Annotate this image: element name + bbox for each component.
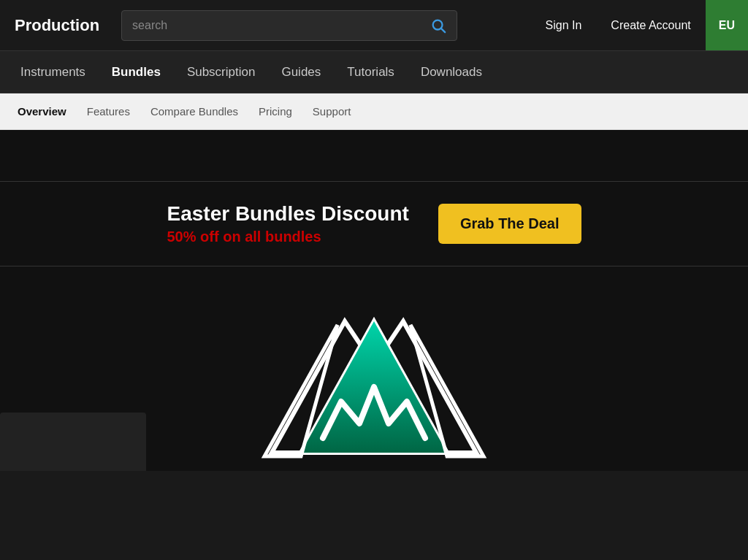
nav-item-downloads[interactable]: Downloads	[408, 51, 495, 93]
hero-spacer	[0, 130, 748, 181]
top-header: Production Sign In Create Account EU	[0, 0, 748, 51]
create-account-button[interactable]: Create Account	[596, 0, 705, 50]
svg-point-0	[433, 20, 443, 29]
nav-item-instruments[interactable]: Instruments	[7, 51, 99, 93]
grab-deal-button[interactable]: Grab The Deal	[438, 204, 581, 244]
sub-nav-compare-bundles[interactable]: Compare Bundles	[140, 93, 248, 129]
eu-button[interactable]: EU	[706, 0, 748, 50]
logo-area: Production	[0, 0, 114, 50]
mountain-logo	[257, 292, 491, 467]
promo-text-group: Easter Bundles Discount 50% off on all b…	[167, 202, 408, 245]
sub-nav-pricing[interactable]: Pricing	[248, 93, 302, 129]
sub-nav-overview[interactable]: Overview	[7, 93, 77, 129]
sub-nav: Overview Features Compare Bundles Pricin…	[0, 93, 748, 130]
search-icon	[430, 18, 446, 34]
search-input[interactable]	[122, 19, 420, 32]
nav-item-subscription[interactable]: Subscription	[174, 51, 269, 93]
search-area	[114, 10, 530, 41]
mountain-logo-svg	[257, 292, 491, 467]
site-logo: Production	[15, 16, 99, 35]
search-button[interactable]	[420, 18, 457, 34]
sub-nav-features[interactable]: Features	[77, 93, 140, 129]
nav-item-tutorials[interactable]: Tutorials	[334, 51, 408, 93]
promo-subtitle: 50% off on all bundles	[167, 229, 321, 245]
svg-line-1	[442, 28, 446, 32]
promo-title: Easter Bundles Discount	[167, 202, 408, 226]
promo-banner: Easter Bundles Discount 50% off on all b…	[0, 181, 748, 266]
search-wrapper	[121, 10, 457, 41]
logo-section	[0, 266, 748, 471]
bottom-overlay	[0, 413, 146, 471]
sign-in-button[interactable]: Sign In	[531, 0, 597, 50]
main-nav: Instruments Bundles Subscription Guides …	[0, 51, 748, 93]
sub-nav-support[interactable]: Support	[302, 93, 362, 129]
nav-item-guides[interactable]: Guides	[268, 51, 334, 93]
nav-item-bundles[interactable]: Bundles	[99, 51, 174, 93]
header-actions: Sign In Create Account EU	[531, 0, 748, 50]
